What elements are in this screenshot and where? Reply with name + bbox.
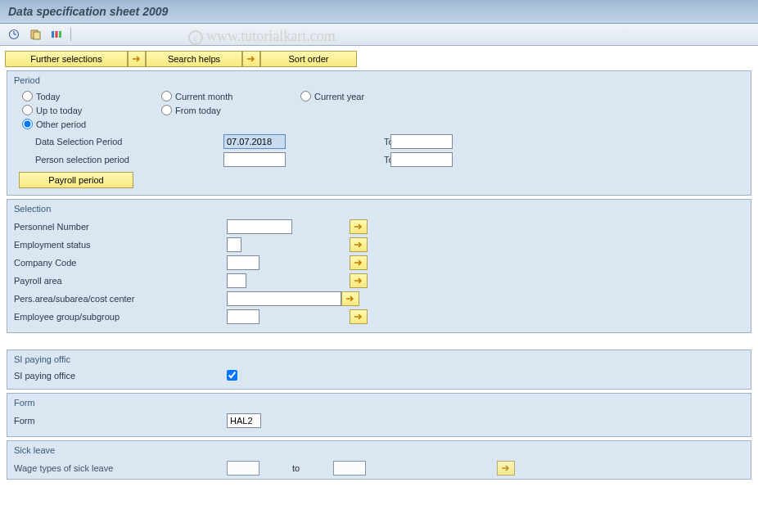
personnel-number-multi-button[interactable] — [350, 219, 368, 234]
payroll-area-label: Payroll area — [14, 276, 227, 286]
si-paying-checkbox[interactable] — [227, 370, 237, 381]
payroll-area-input[interactable] — [227, 273, 246, 288]
form-label: Form — [14, 416, 227, 426]
svg-rect-4 — [34, 32, 40, 39]
content-area: Further selections Search helps Sort ord… — [0, 46, 758, 488]
employment-status-input[interactable] — [227, 237, 241, 252]
title-bar: Data specification sheet 2009 — [0, 0, 758, 24]
employment-status-multi-button[interactable] — [350, 237, 368, 252]
sick-leave-label: Wage types of sick leave — [14, 463, 227, 473]
pers-area-input[interactable] — [227, 291, 341, 306]
selection-title: Selection — [14, 201, 744, 218]
further-selections-button[interactable]: Further selections — [5, 51, 128, 67]
radio-from-today[interactable]: From today — [161, 105, 300, 115]
to-label: To — [359, 155, 384, 165]
sick-leave-row: Wage types of sick leave to — [14, 459, 744, 477]
sick-leave-multi-button[interactable] — [497, 461, 515, 476]
person-selection-label: Person selection period — [35, 155, 223, 165]
pers-area-label: Pers.area/subarea/cost center — [14, 294, 227, 304]
employee-group-label: Employee group/subgroup — [14, 312, 227, 322]
action-button-row: Further selections Search helps Sort ord… — [3, 51, 755, 67]
page-title: Data specification sheet 2009 — [8, 5, 168, 18]
radio-up-to-today[interactable]: Up to today — [22, 105, 161, 115]
sick-leave-title: Sick leave — [14, 443, 744, 459]
form-group: Form Form — [7, 393, 751, 437]
data-selection-from-input[interactable] — [223, 134, 286, 149]
period-title: Period — [14, 73, 744, 89]
company-code-input[interactable] — [227, 255, 259, 270]
period-radio-grid: Today Current month Current year Up to t… — [14, 89, 744, 133]
data-selection-row: Data Selection Period To — [14, 133, 744, 151]
si-paying-row: SI paying office — [14, 368, 744, 382]
selection-group: Selection Personnel Number Employment st… — [7, 199, 751, 333]
radio-other-period[interactable]: Other period — [22, 119, 161, 129]
search-helps-button[interactable]: Search helps — [146, 51, 242, 67]
further-selections-arrow-button[interactable] — [128, 51, 146, 67]
radio-today[interactable]: Today — [22, 91, 161, 101]
radio-current-month[interactable]: Current month — [161, 91, 300, 101]
svg-rect-7 — [59, 31, 61, 38]
si-paying-label: SI paying office — [14, 371, 227, 381]
search-helps-arrow-button[interactable] — [242, 51, 260, 67]
company-code-row: Company Code — [14, 254, 744, 272]
data-selection-to-input[interactable] — [390, 134, 453, 149]
pers-area-multi-button[interactable] — [341, 291, 359, 306]
data-selection-label: Data Selection Period — [35, 137, 223, 147]
employee-group-input[interactable] — [227, 309, 259, 324]
to-label: To — [359, 137, 384, 147]
employee-group-multi-button[interactable] — [350, 309, 368, 324]
si-paying-group: SI paying offic SI paying office — [7, 349, 751, 390]
form-title: Form — [14, 395, 744, 412]
company-code-multi-button[interactable] — [350, 255, 368, 270]
person-selection-row: Person selection period To — [14, 151, 744, 169]
data-source-icon[interactable] — [47, 26, 65, 43]
sort-order-button[interactable]: Sort order — [260, 51, 357, 67]
personnel-number-label: Personnel Number — [14, 222, 227, 232]
employment-status-label: Employment status — [14, 240, 227, 250]
personnel-number-input[interactable] — [227, 219, 292, 234]
sick-leave-group: Sick leave Wage types of sick leave to — [7, 440, 751, 480]
app-toolbar — [0, 24, 758, 46]
payroll-area-row: Payroll area — [14, 272, 744, 290]
svg-rect-5 — [52, 31, 54, 38]
period-group: Period Today Current month Current year … — [7, 70, 751, 196]
employee-group-row: Employee group/subgroup — [14, 308, 744, 326]
payroll-area-multi-button[interactable] — [350, 273, 368, 288]
personnel-number-row: Personnel Number — [14, 218, 744, 236]
company-code-label: Company Code — [14, 258, 227, 268]
variant-icon[interactable] — [26, 26, 44, 43]
sick-leave-to-label: to — [259, 463, 333, 473]
pers-area-row: Pers.area/subarea/cost center — [14, 290, 744, 308]
sick-leave-from-input[interactable] — [227, 461, 259, 476]
form-row: Form — [14, 412, 744, 430]
execute-icon[interactable] — [5, 26, 23, 43]
person-selection-to-input[interactable] — [390, 152, 453, 167]
svg-rect-6 — [56, 31, 58, 38]
sick-leave-to-input[interactable] — [333, 461, 366, 476]
toolbar-separator — [70, 28, 71, 41]
arrow-right-icon — [246, 53, 256, 65]
si-paying-title: SI paying offic — [14, 352, 744, 368]
arrow-right-icon — [132, 53, 142, 65]
radio-current-year[interactable]: Current year — [300, 91, 440, 101]
form-input[interactable] — [227, 413, 261, 428]
payroll-period-button[interactable]: Payroll period — [19, 172, 133, 188]
employment-status-row: Employment status — [14, 236, 744, 254]
person-selection-from-input[interactable] — [223, 152, 286, 167]
